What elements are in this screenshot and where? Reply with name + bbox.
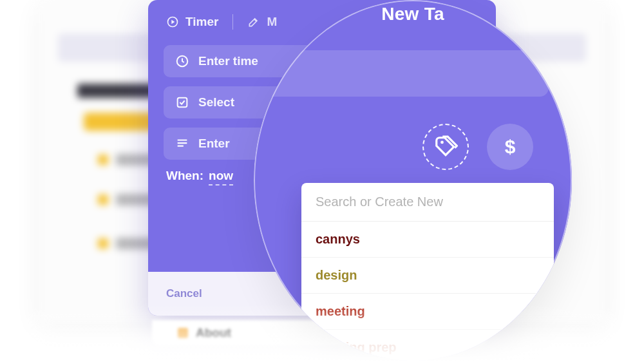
tab-separator [232,14,233,30]
tab-timer-label: Timer [185,15,218,29]
svg-point-3 [440,141,444,144]
svg-rect-2 [178,98,187,108]
checkbox-icon [175,95,189,110]
tag-option[interactable]: meeting [301,294,554,330]
time-input-placeholder: Enter time [198,54,258,68]
tab-manual-label: M [267,15,277,29]
status-dot-icon [178,328,188,338]
about-label: About [196,326,231,340]
task-select-placeholder: Select [198,95,234,110]
cancel-button[interactable]: Cancel [166,287,202,300]
text-lines-icon [175,137,189,151]
billable-button[interactable]: $ [487,124,533,170]
description-placeholder: Enter [198,137,230,151]
tags-dropdown: Search or Create New cannys design meeti… [301,183,554,361]
tags-icon [433,135,458,159]
play-circle-icon [166,15,179,28]
dollar-icon: $ [505,136,516,158]
when-value[interactable]: now [209,169,233,186]
zoom-lens: New Ta $ Search or Create New cannys des… [254,0,572,361]
tag-option[interactable]: design [301,258,554,294]
tags-button[interactable] [422,124,469,170]
tab-timer[interactable]: Timer [166,15,218,29]
tag-option[interactable]: cannys [301,222,554,258]
tab-manual[interactable]: M [247,15,277,29]
clock-icon [175,54,189,68]
tag-search-input[interactable]: Search or Create New [301,183,554,222]
lens-time-input[interactable] [260,50,549,97]
edit-icon [247,15,260,28]
tag-search-placeholder: Search or Create New [316,195,443,209]
when-label: When: [166,169,204,183]
